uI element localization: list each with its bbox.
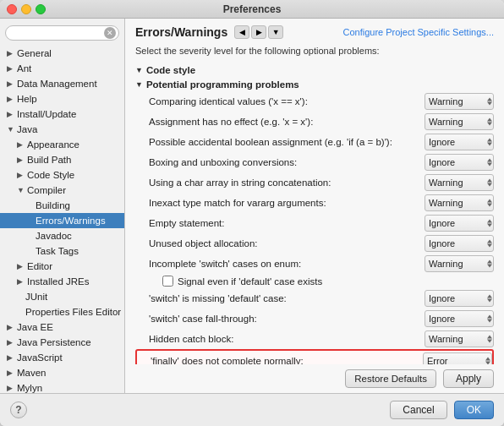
tree-arrow-java-persistence: ▶ <box>7 338 15 347</box>
sidebar-item-installed-jres[interactable]: ▶Installed JREs <box>0 274 124 289</box>
tree-arrow-general: ▶ <box>7 49 15 57</box>
problem-select-4[interactable]: ErrorWarningIgnore <box>425 174 494 191</box>
tree-arrow-javascript: ▶ <box>7 353 15 362</box>
problem-select-3[interactable]: ErrorWarningIgnore <box>425 154 494 171</box>
problem-select-1[interactable]: ErrorWarningIgnore <box>425 113 494 130</box>
problem-select-10[interactable]: ErrorWarningIgnore <box>425 310 494 327</box>
sidebar-item-compiler[interactable]: ▼Compiler <box>0 183 124 198</box>
sidebar-item-building[interactable]: Building <box>0 198 124 213</box>
problem-label-7: Unused object allocation: <box>149 238 425 248</box>
problem-select-8[interactable]: ErrorWarningIgnore <box>425 255 494 272</box>
sidebar-item-label-appearance: Appearance <box>27 139 79 150</box>
section-label-potential-programming-problems: Potential programming problems <box>146 79 299 90</box>
select-container-2: ErrorWarningIgnore <box>425 134 494 150</box>
checkbox-8[interactable] <box>162 276 173 287</box>
problem-label-10: 'switch' case fall-through: <box>149 314 425 324</box>
sidebar-item-javascript[interactable]: ▶JavaScript <box>0 350 124 365</box>
problem-label-5: Inexact type match for vararg arguments: <box>149 198 425 208</box>
problem-select-7[interactable]: ErrorWarningIgnore <box>425 235 494 252</box>
minimize-button[interactable] <box>21 4 31 14</box>
sidebar-item-task-tags[interactable]: Task Tags <box>0 243 124 259</box>
problem-label-1: Assignment has no effect (e.g. 'x = x'): <box>149 117 425 127</box>
sidebar-item-label-javascript: JavaScript <box>17 352 63 363</box>
ok-button[interactable]: OK <box>454 401 494 419</box>
sidebar-item-maven[interactable]: ▶Maven <box>0 365 124 380</box>
tree-arrow-appearance: ▶ <box>17 140 25 149</box>
nav-forward-button[interactable]: ▶ <box>251 25 266 39</box>
section-header-code-style[interactable]: ▼Code style <box>135 63 494 77</box>
sidebar-search-input[interactable] <box>5 25 119 41</box>
sidebar-item-help[interactable]: ▶Help <box>0 91 124 106</box>
checkbox-row-8: Signal even if 'default' case exists <box>135 274 494 288</box>
sidebar-item-junit[interactable]: JUnit <box>0 289 124 304</box>
sidebar-item-build-path[interactable]: ▶Build Path <box>0 152 124 167</box>
problem-select-12[interactable]: ErrorWarningIgnore <box>423 352 492 364</box>
sidebar-item-java[interactable]: ▼Java <box>0 122 124 137</box>
sidebar-item-label-install-update: Install/Update <box>17 109 76 119</box>
problem-label-8: Incomplete 'switch' cases on enum: <box>149 259 425 269</box>
nav-back-button[interactable]: ◀ <box>234 25 249 39</box>
sidebar-search-clear[interactable]: ✕ <box>104 27 116 39</box>
nav-menu-button[interactable]: ▼ <box>268 25 283 39</box>
sidebar-item-data-management[interactable]: ▶Data Management <box>0 76 124 91</box>
sidebar-item-code-style[interactable]: ▶Code Style <box>0 167 124 183</box>
problem-row-3: Boxing and unboxing conversions:ErrorWar… <box>135 152 494 172</box>
configure-project-link[interactable]: Configure Project Specific Settings... <box>342 25 494 39</box>
sidebar-item-mylyn[interactable]: ▶Mylyn <box>0 380 124 393</box>
sidebar-search-container: ✕ <box>5 25 119 41</box>
right-panel: Errors/Warnings ◀ ▶ ▼ Configure Project … <box>125 19 504 393</box>
problem-select-11[interactable]: ErrorWarningIgnore <box>425 330 494 347</box>
problem-row-8: Incomplete 'switch' cases on enum:ErrorW… <box>135 254 494 274</box>
problem-row-5: Inexact type match for vararg arguments:… <box>135 193 494 213</box>
maximize-button[interactable] <box>36 4 46 14</box>
select-container-9: ErrorWarningIgnore <box>425 290 494 307</box>
help-button[interactable]: ? <box>10 401 27 418</box>
sidebar-item-label-general: General <box>17 48 52 58</box>
bottom-right: Cancel OK <box>390 401 494 419</box>
problem-select-9[interactable]: ErrorWarningIgnore <box>425 290 494 307</box>
problem-row-6: Empty statement:ErrorWarningIgnore <box>135 213 494 233</box>
sidebar-item-ant[interactable]: ▶Ant <box>0 61 124 76</box>
problem-row-11: Hidden catch block:ErrorWarningIgnore <box>135 329 494 349</box>
sidebar-item-general[interactable]: ▶General <box>0 46 124 61</box>
select-container-6: ErrorWarningIgnore <box>425 215 494 232</box>
sidebar-item-properties-file-editor[interactable]: Properties Files Editor <box>0 304 124 320</box>
apply-button[interactable]: Apply <box>443 369 494 388</box>
sidebar-item-label-data-management: Data Management <box>17 79 97 89</box>
sidebar-item-errors-warnings[interactable]: Errors/Warnings <box>0 213 124 228</box>
sidebar-item-java-ee[interactable]: ▶Java EE <box>0 320 124 335</box>
traffic-lights <box>7 4 46 14</box>
problem-label-11: Hidden catch block: <box>149 334 425 344</box>
problem-row-2: Possible accidental boolean assignment (… <box>135 132 494 152</box>
cancel-button[interactable]: Cancel <box>390 401 446 419</box>
tree-arrow-install-update: ▶ <box>7 110 15 118</box>
restore-defaults-button[interactable]: Restore Defaults <box>345 369 436 388</box>
problem-select-0[interactable]: ErrorWarningIgnore <box>425 93 494 110</box>
sidebar-item-appearance[interactable]: ▶Appearance <box>0 137 124 152</box>
select-container-11: ErrorWarningIgnore <box>425 330 494 347</box>
sidebar-item-label-installed-jres: Installed JREs <box>27 276 90 287</box>
tree-arrow-editor: ▶ <box>17 262 25 270</box>
window-title: Preferences <box>223 3 282 15</box>
sidebar-item-install-update[interactable]: ▶Install/Update <box>0 106 124 122</box>
select-container-4: ErrorWarningIgnore <box>425 174 494 191</box>
select-container-5: ErrorWarningIgnore <box>425 194 494 211</box>
select-container-0: ErrorWarningIgnore <box>425 93 494 110</box>
problem-select-2[interactable]: ErrorWarningIgnore <box>425 134 494 150</box>
problem-label-9: 'switch' is missing 'default' case: <box>149 293 425 303</box>
sidebar-item-label-build-path: Build Path <box>27 155 71 165</box>
problem-select-5[interactable]: ErrorWarningIgnore <box>425 194 494 211</box>
problem-row-1: Assignment has no effect (e.g. 'x = x'):… <box>135 112 494 132</box>
sidebar-item-label-task-tags: Task Tags <box>36 246 79 256</box>
panel-description: Select the severity level for the follow… <box>125 41 504 59</box>
tree-arrow-data-management: ▶ <box>7 79 15 88</box>
sidebar-item-java-persistence[interactable]: ▶Java Persistence <box>0 335 124 350</box>
sidebar-item-label-ant: Ant <box>17 63 31 74</box>
sidebar-item-label-junit: JUnit <box>25 292 47 302</box>
sidebar-item-label-java-persistence: Java Persistence <box>17 337 91 347</box>
section-header-potential-programming-problems[interactable]: ▼Potential programming problems <box>135 77 494 91</box>
sidebar-item-javadoc[interactable]: Javadoc <box>0 228 124 243</box>
problem-select-6[interactable]: ErrorWarningIgnore <box>425 215 494 232</box>
sidebar-item-editor[interactable]: ▶Editor <box>0 259 124 274</box>
close-button[interactable] <box>7 4 17 14</box>
